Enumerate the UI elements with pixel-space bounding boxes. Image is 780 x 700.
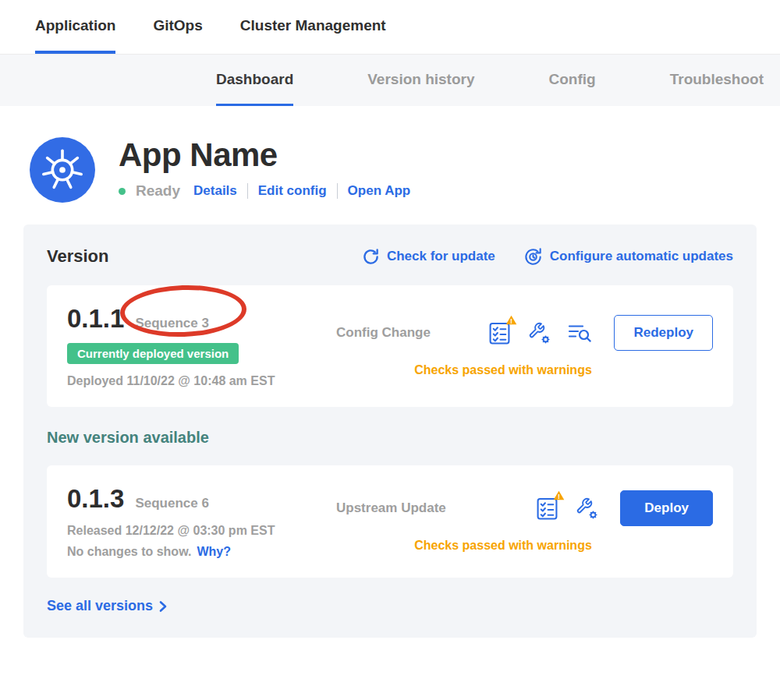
- auto-update-clock-icon: [523, 247, 543, 267]
- available-version-number: 0.1.3: [67, 484, 124, 514]
- status-text: Ready: [136, 182, 180, 200]
- chevron-right-icon: [158, 600, 168, 613]
- check-for-update-link[interactable]: Check for update: [362, 248, 495, 266]
- open-app-link[interactable]: Open App: [348, 183, 411, 199]
- available-version-sequence: Sequence 6: [135, 496, 209, 511]
- see-all-versions-link[interactable]: See all versions: [47, 598, 168, 614]
- tab-cluster-management-label: Cluster Management: [240, 17, 386, 34]
- redeploy-button[interactable]: Redeploy: [614, 315, 713, 351]
- new-version-available-label: New version available: [47, 429, 733, 447]
- warning-triangle-icon: !: [553, 490, 565, 500]
- refresh-icon: [362, 248, 380, 266]
- tab-cluster-management[interactable]: Cluster Management: [240, 0, 386, 54]
- current-version-icons: !: [489, 321, 592, 345]
- configure-automatic-updates-link[interactable]: Configure automatic updates: [523, 247, 733, 267]
- why-link[interactable]: Why?: [197, 545, 231, 559]
- deployed-badge: Currently deployed version: [67, 343, 239, 364]
- tab-troubleshoot[interactable]: Troubleshoot: [670, 55, 764, 106]
- available-version-card: 0.1.3 Sequence 6 Released 12/12/22 @ 03:…: [47, 465, 733, 578]
- available-checks-status: Checks passed with warnings: [336, 539, 713, 553]
- current-version-number: 0.1.1: [67, 304, 124, 334]
- available-version-info: 0.1.3 Sequence 6 Released 12/12/22 @ 03:…: [67, 484, 336, 559]
- config-wrench-icon[interactable]: [575, 497, 598, 520]
- svg-text:!: !: [510, 316, 512, 324]
- current-version-sequence: Sequence 3: [135, 316, 209, 331]
- preflight-checks-icon[interactable]: !: [537, 497, 558, 520]
- deployed-timestamp: Deployed 11/10/22 @ 10:48 am EST: [67, 374, 336, 388]
- deploy-button[interactable]: Deploy: [620, 490, 713, 526]
- config-wrench-icon[interactable]: [527, 321, 551, 345]
- current-checks-status: Checks passed with warnings: [336, 363, 713, 377]
- version-panel-header: Version Check for update: [47, 246, 733, 267]
- top-nav: Application GitOps Cluster Management: [0, 0, 780, 55]
- status-dot-icon: [119, 188, 126, 195]
- tab-dashboard[interactable]: Dashboard: [216, 55, 293, 106]
- divider: [247, 183, 248, 199]
- divider: [337, 183, 338, 199]
- check-for-update-label: Check for update: [387, 249, 495, 264]
- kubernetes-logo-icon: [30, 137, 95, 203]
- tab-application[interactable]: Application: [35, 0, 115, 54]
- released-timestamp: Released 12/12/22 @ 03:30 pm EST: [67, 524, 336, 538]
- configure-automatic-updates-label: Configure automatic updates: [550, 249, 733, 264]
- tab-application-label: Application: [35, 17, 115, 34]
- tab-gitops[interactable]: GitOps: [153, 0, 202, 54]
- current-version-source: Config Change: [336, 325, 431, 341]
- see-all-versions-label: See all versions: [47, 598, 153, 614]
- svg-text:!: !: [558, 492, 560, 500]
- preflight-checks-icon[interactable]: !: [489, 322, 510, 345]
- view-files-icon[interactable]: [568, 323, 592, 343]
- version-heading: Version: [47, 246, 108, 267]
- page-title: App Name: [119, 137, 410, 173]
- sub-nav: Dashboard Version history Config Trouble…: [0, 55, 780, 106]
- available-version-source: Upstream Update: [336, 500, 446, 516]
- tab-version-history[interactable]: Version history: [367, 55, 474, 106]
- details-link[interactable]: Details: [193, 183, 237, 199]
- tab-gitops-label: GitOps: [153, 17, 202, 34]
- edit-config-link[interactable]: Edit config: [258, 183, 327, 199]
- version-panel: Version Check for update: [23, 224, 757, 638]
- current-version-info: 0.1.1 Sequence 3 Currently deployed vers…: [67, 304, 336, 388]
- warning-triangle-icon: !: [505, 315, 517, 325]
- available-version-actions: Upstream Update !: [336, 484, 713, 559]
- status-row: Ready Details Edit config Open App: [119, 182, 410, 200]
- available-version-icons: !: [537, 497, 598, 520]
- page: Application GitOps Cluster Management Da…: [0, 0, 780, 638]
- app-header: App Name Ready Details Edit config Open …: [0, 106, 780, 203]
- version-actions: Check for update Configure automatic upd…: [362, 247, 733, 267]
- no-changes-row: No changes to show. Why?: [67, 545, 336, 559]
- current-version-card: 0.1.1 Sequence 3 Currently deployed vers…: [47, 285, 733, 407]
- no-changes-text: No changes to show.: [67, 545, 191, 559]
- app-header-text: App Name Ready Details Edit config Open …: [119, 137, 410, 200]
- tab-config[interactable]: Config: [549, 55, 596, 106]
- current-version-actions: Config Change !: [336, 304, 713, 388]
